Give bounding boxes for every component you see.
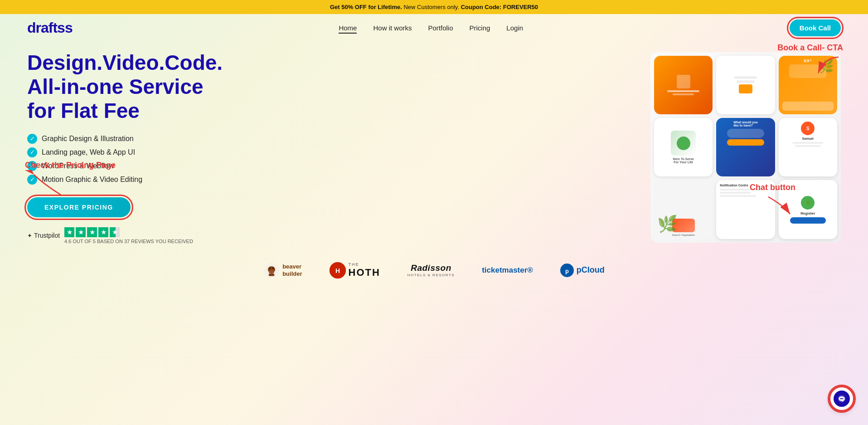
check-icon-2: ✓ bbox=[27, 147, 37, 157]
svg-point-15 bbox=[841, 398, 843, 400]
star-4 bbox=[98, 227, 108, 237]
pcloud-text: pCloud bbox=[577, 265, 605, 275]
annotation-chat-arrow bbox=[759, 192, 795, 217]
svg-rect-8 bbox=[269, 274, 275, 276]
top-banner: Get 50% OFF for Lifetime. New Customers … bbox=[0, 0, 868, 14]
radisson-sub: HOTELS & RESORTS bbox=[407, 273, 455, 277]
star-2 bbox=[76, 227, 86, 237]
svg-point-16 bbox=[842, 398, 844, 400]
feature-item-2: ✓ Landing page, Web & App UI bbox=[27, 147, 223, 157]
star-5 bbox=[110, 227, 120, 237]
beaverbuilder-icon bbox=[263, 262, 280, 278]
nav-item-portfolio[interactable]: Portfolio bbox=[428, 24, 453, 32]
logo-radisson: Radisson HOTELS & RESORTS bbox=[407, 263, 455, 277]
chat-annotation: Chat button bbox=[750, 183, 795, 217]
hoth-the-text: THE bbox=[349, 262, 380, 267]
annotation-pricing-text: Check the Pricing Page bbox=[25, 161, 116, 170]
beaverbuilder-label: beaverbuilder bbox=[282, 263, 302, 277]
logo-hoth: H THE HOTH bbox=[330, 262, 380, 278]
leaf-decoration: 🌿 bbox=[657, 215, 678, 234]
nav-item-how-it-works[interactable]: How it works bbox=[373, 24, 412, 32]
ticketmaster-text: ticketmaster® bbox=[482, 266, 533, 274]
svg-point-6 bbox=[272, 267, 274, 269]
hero-title: Design.Video.Code.All-in-one Servicefor … bbox=[27, 51, 223, 123]
phone-card-1 bbox=[654, 56, 713, 114]
phone-card-2 bbox=[716, 56, 775, 114]
svg-text:p: p bbox=[565, 268, 569, 274]
svg-point-7 bbox=[269, 270, 275, 274]
hoth-label-container: THE HOTH bbox=[349, 262, 380, 278]
star-1 bbox=[64, 227, 74, 237]
chat-icon bbox=[837, 394, 846, 403]
banner-text: Get 50% OFF for Lifetime. New Customers … bbox=[330, 4, 538, 10]
feature-text-1: Graphic Design & Illustration bbox=[42, 135, 134, 143]
nav-link-pricing[interactable]: Pricing bbox=[470, 24, 490, 32]
logo-ticketmaster: ticketmaster® bbox=[482, 266, 533, 275]
logo-beaverbuilder: beaverbuilder bbox=[263, 262, 302, 278]
book-call-annotation: Book a Call- CTA bbox=[777, 43, 843, 78]
hoth-icon: H bbox=[330, 262, 346, 278]
nav-item-login[interactable]: Login bbox=[506, 24, 523, 32]
trustpilot-stars bbox=[64, 227, 193, 237]
nav-link-how-it-works[interactable]: How it works bbox=[373, 24, 412, 32]
book-call-button[interactable]: Book Call bbox=[790, 20, 841, 36]
trustpilot-row: ✦ Trustpilot 4.6 OUT OF 5 BASED ON 37 RE… bbox=[27, 227, 223, 244]
annotation-pricing-arrow bbox=[25, 170, 70, 197]
nav-item-home[interactable]: Home bbox=[339, 24, 357, 32]
pricing-annotation: Check the Pricing Page bbox=[25, 161, 116, 199]
chat-button-inner bbox=[834, 391, 850, 407]
pcloud-icon: p bbox=[560, 264, 574, 277]
trustpilot-label: Trustpilot bbox=[34, 232, 60, 239]
annotation-book-call-arrow bbox=[811, 53, 843, 78]
svg-text:H: H bbox=[335, 267, 339, 274]
nav-link-login[interactable]: Login bbox=[506, 24, 523, 32]
feature-text-2: Landing page, Web & App UI bbox=[42, 148, 135, 156]
annotation-chat-text: Chat button bbox=[750, 183, 795, 192]
hoth-main-text: HOTH bbox=[349, 267, 380, 278]
navbar: draftss Home How it works Portfolio Pric… bbox=[0, 14, 868, 42]
nav-links: Home How it works Portfolio Pricing Logi… bbox=[339, 24, 523, 32]
svg-point-5 bbox=[269, 267, 271, 269]
annotation-book-call-text: Book a Call- CTA bbox=[777, 43, 843, 53]
hero-image: KX⁺ Here To ServeFor Your Life What woul… bbox=[650, 52, 841, 243]
radisson-text: Radisson bbox=[407, 263, 455, 273]
phone-card-6: S Samuel bbox=[779, 118, 837, 176]
chat-button[interactable] bbox=[829, 386, 854, 411]
feature-item-1: ✓ Graphic Design & Illustration bbox=[27, 134, 223, 144]
trustpilot-caption: 4.6 OUT OF 5 BASED ON 37 REVIEWS YOU REC… bbox=[64, 239, 193, 244]
hoth-icon-svg: H bbox=[330, 262, 346, 278]
hero-left: Design.Video.Code.All-in-one Servicefor … bbox=[27, 51, 223, 244]
nav-link-portfolio[interactable]: Portfolio bbox=[428, 24, 453, 32]
logo-pcloud: p pCloud bbox=[560, 264, 605, 277]
trustpilot-stars-container: 4.6 OUT OF 5 BASED ON 37 REVIEWS YOU REC… bbox=[64, 227, 193, 244]
explore-pricing-button[interactable]: EXPLORE PRICING bbox=[27, 197, 131, 217]
pcloud-icon-svg: p bbox=[561, 264, 573, 277]
logos-section: beaverbuilder H THE HOTH Radisson HOTELS… bbox=[0, 249, 868, 288]
check-icon-1: ✓ bbox=[27, 134, 37, 144]
logo[interactable]: draftss bbox=[27, 20, 73, 36]
trustpilot-logo: ✦ Trustpilot bbox=[27, 232, 60, 239]
beaverbuilder-text: beaverbuilder bbox=[282, 263, 302, 277]
nav-link-home[interactable]: Home bbox=[339, 24, 357, 34]
phone-card-5: What would youlike to have? bbox=[716, 118, 775, 176]
hero-section: Design.Video.Code.All-in-one Servicefor … bbox=[0, 42, 868, 249]
phone-card-4: Here To ServeFor Your Life bbox=[654, 118, 713, 176]
svg-point-14 bbox=[840, 398, 841, 400]
star-3 bbox=[87, 227, 97, 237]
nav-item-pricing[interactable]: Pricing bbox=[470, 24, 490, 32]
